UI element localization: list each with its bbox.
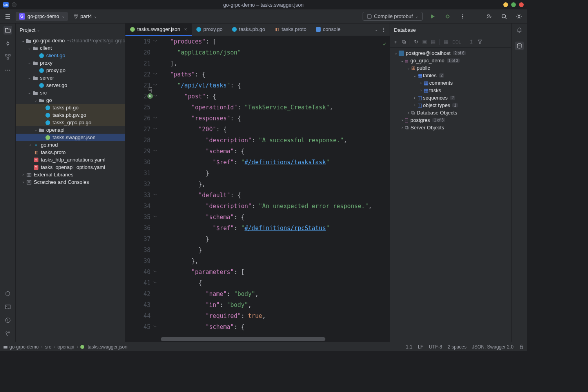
db-ddl-label[interactable]: DDL bbox=[452, 40, 461, 44]
tree-tasks-swagger[interactable]: tasks.swagger.json bbox=[16, 134, 125, 141]
db-filter-icon[interactable] bbox=[477, 40, 482, 44]
inspection-ok-icon[interactable]: ✓ bbox=[383, 38, 387, 49]
db-copy-icon[interactable]: ⧉ bbox=[402, 39, 406, 45]
close-icon[interactable] bbox=[519, 2, 524, 7]
tabs-dropdown-icon[interactable]: ⌄ bbox=[375, 27, 378, 32]
main-menu-icon[interactable] bbox=[3, 12, 13, 21]
settings-icon[interactable] bbox=[514, 12, 524, 21]
close-tab-icon[interactable]: × bbox=[184, 27, 187, 32]
db-objects[interactable]: ›⧉Database Objects bbox=[390, 109, 511, 116]
status-schema[interactable]: JSON: Swagger 2.0 bbox=[472, 344, 514, 350]
db-obj-types[interactable]: ›◫object types1 bbox=[390, 102, 511, 109]
tree-proxy-go[interactable]: proxy.go bbox=[16, 67, 125, 74]
db-datasource[interactable]: ⌄postgres@localhost2 of 6 bbox=[390, 49, 511, 57]
gutter: 19 20 21 22 23 24 25 26 27 28 29 30 31 3… bbox=[125, 36, 161, 342]
db-collapse-icon[interactable]: ↥ bbox=[469, 39, 474, 45]
vcs-tool-icon[interactable] bbox=[4, 329, 12, 338]
problems-tool-icon[interactable] bbox=[4, 316, 12, 325]
db-add-icon[interactable]: ＋ bbox=[393, 38, 398, 45]
svg-rect-0 bbox=[367, 15, 371, 18]
svg-point-13 bbox=[5, 70, 6, 71]
more-icon[interactable] bbox=[458, 12, 467, 21]
db-table-icon[interactable]: ▦ bbox=[444, 39, 448, 45]
search-icon[interactable] bbox=[499, 12, 509, 21]
svg-point-4 bbox=[462, 17, 463, 18]
code-with-me-icon[interactable] bbox=[485, 12, 494, 21]
breadcrumb-file[interactable]: tasks.swagger.json bbox=[80, 344, 127, 350]
db-tables[interactable]: ⌄▦tables2 bbox=[390, 72, 511, 79]
tabs-more-icon[interactable] bbox=[381, 27, 387, 33]
tree-server-folder[interactable]: ⌄server bbox=[16, 74, 125, 82]
tree-client-folder[interactable]: ⌄client bbox=[16, 44, 125, 52]
tree-http-ann[interactable]: Ytasks_http_annotations.yaml bbox=[16, 156, 125, 163]
run-config-selector[interactable]: Compile protobuf ⌄ bbox=[363, 12, 423, 21]
maximize-icon[interactable] bbox=[511, 2, 516, 7]
debug-icon[interactable] bbox=[443, 12, 452, 21]
tree-server-go[interactable]: server.go bbox=[16, 82, 125, 89]
svg-point-23 bbox=[517, 44, 521, 45]
status-indent[interactable]: 2 spaces bbox=[448, 344, 466, 350]
svg-point-15 bbox=[9, 70, 10, 71]
services-tool-icon[interactable] bbox=[4, 289, 12, 298]
db-database[interactable]: ⌄⌸go_grpc_demo1 of 3 bbox=[390, 57, 511, 64]
svg-point-22 bbox=[383, 31, 384, 31]
tree-tasks-pb-gw[interactable]: tasks.pb.gw.go bbox=[16, 111, 125, 119]
svg-point-5 bbox=[488, 14, 490, 16]
db-table-comments[interactable]: ›▦comments bbox=[390, 79, 511, 87]
breadcrumb-src[interactable]: src bbox=[45, 344, 51, 350]
tab-tasks-pb[interactable]: tasks.pb.go bbox=[227, 24, 270, 36]
db-tree[interactable]: ⌄postgres@localhost2 of 6 ⌄⌸go_grpc_demo… bbox=[390, 48, 511, 133]
minimize-icon[interactable] bbox=[503, 2, 508, 7]
db-postgres[interactable]: ›⌸postgres1 of 3 bbox=[390, 116, 511, 124]
notifications-icon[interactable] bbox=[515, 26, 524, 34]
tree-go-folder[interactable]: ⌄go bbox=[16, 96, 125, 104]
tree-ext-libs[interactable]: ›External Libraries bbox=[16, 171, 125, 178]
tree-gomod[interactable]: ›≡go.mod bbox=[16, 141, 125, 149]
db-schema[interactable]: ⌄⊞public bbox=[390, 64, 511, 72]
vcs-branch[interactable]: part4 ⌄ bbox=[71, 12, 99, 21]
more-tools-icon[interactable] bbox=[4, 66, 12, 74]
tree-tasks-pb[interactable]: tasks.pb.go bbox=[16, 104, 125, 111]
db-stop-icon[interactable]: ▣ bbox=[422, 39, 427, 45]
tab-tasks-proto[interactable]: ◧tasks.proto bbox=[270, 24, 311, 36]
terminal-tool-icon[interactable] bbox=[4, 303, 12, 311]
project-tool-icon[interactable] bbox=[4, 26, 12, 34]
tree-tasks-proto[interactable]: ◧tasks.proto bbox=[16, 149, 125, 156]
status-enc[interactable]: UTF-8 bbox=[429, 344, 442, 350]
tree-openapi-opts[interactable]: Ytasks_openapi_options.yaml bbox=[16, 163, 125, 171]
tab-swagger[interactable]: tasks.swagger.json× bbox=[125, 24, 192, 36]
tree-tasks-grpc-pb[interactable]: tasks_grpc.pb.go bbox=[16, 119, 125, 126]
structure-tool-icon[interactable] bbox=[4, 53, 12, 61]
tree-proxy-folder[interactable]: ⌄proxy bbox=[16, 59, 125, 67]
tree-src-folder[interactable]: ⌄src bbox=[16, 89, 125, 96]
tree-root[interactable]: ⌄go-grpc-demo~/GolandProjects/go-grpc bbox=[16, 37, 125, 44]
tab-proxy[interactable]: proxy.go bbox=[192, 24, 227, 36]
svg-rect-10 bbox=[5, 54, 7, 56]
statusbar: go-grpc-demo › src › openapi › tasks.swa… bbox=[0, 342, 527, 351]
db-sequences[interactable]: ›◫sequences2 bbox=[390, 94, 511, 102]
breadcrumb-root[interactable]: go-grpc-demo bbox=[3, 344, 39, 350]
menu-dot[interactable] bbox=[12, 2, 16, 7]
horizontal-scrollbar[interactable] bbox=[161, 337, 325, 341]
breadcrumb-openapi[interactable]: openapi bbox=[58, 344, 74, 350]
project-chip[interactable]: G go-grpc-demo ⌄ bbox=[16, 12, 68, 21]
db-diagram-icon[interactable]: ▤ bbox=[431, 39, 436, 45]
run-gutter-icon[interactable] bbox=[147, 93, 153, 99]
status-lock-icon[interactable] bbox=[519, 345, 524, 349]
tree-client-go[interactable]: client.go bbox=[16, 52, 125, 59]
editor-body[interactable]: ✓ 19 20 21 22 23 24 25 26 27 28 29 30 31… bbox=[125, 36, 390, 342]
run-icon[interactable] bbox=[428, 12, 437, 21]
tree-openapi-folder[interactable]: ⌄openapi bbox=[16, 126, 125, 134]
status-pos[interactable]: 1:1 bbox=[406, 344, 412, 350]
status-lf[interactable]: LF bbox=[418, 344, 423, 350]
db-table-tasks[interactable]: ›▦tasks bbox=[390, 87, 511, 94]
tab-console[interactable]: console bbox=[311, 24, 345, 36]
project-tree[interactable]: ⌄go-grpc-demo~/GolandProjects/go-grpc ⌄c… bbox=[16, 36, 125, 342]
db-refresh-icon[interactable]: ↻ bbox=[414, 39, 418, 45]
db-server-objects[interactable]: ›⧉Server Objects bbox=[390, 124, 511, 131]
database-tool-icon[interactable] bbox=[515, 42, 524, 50]
commit-tool-icon[interactable] bbox=[4, 39, 12, 48]
project-panel: Project ⌄ ⌄go-grpc-demo~/GolandProjects/… bbox=[16, 24, 125, 342]
window-title: go-grpc-demo – tasks.swagger.json bbox=[223, 2, 303, 8]
tree-scratches[interactable]: ›Scratches and Consoles bbox=[16, 178, 125, 186]
